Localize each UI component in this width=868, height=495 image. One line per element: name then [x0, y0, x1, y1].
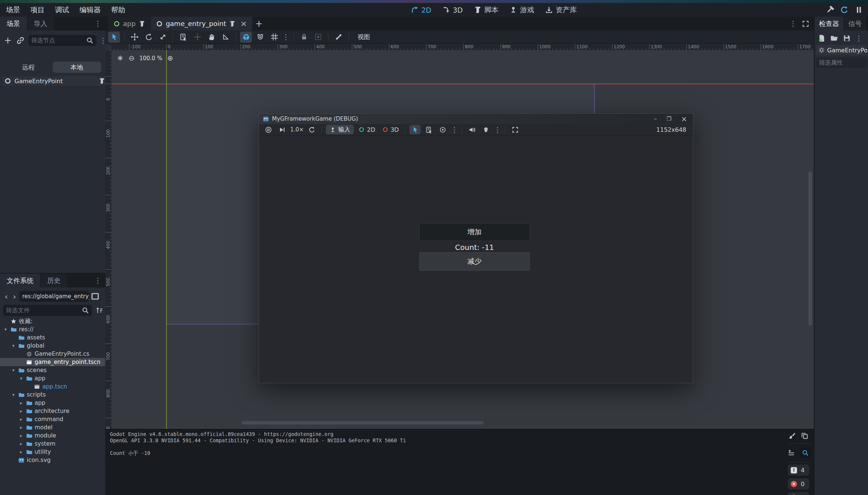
increase-button[interactable]: 增加: [419, 223, 530, 241]
grid-toggle-button[interactable]: [268, 32, 280, 43]
inspector-menu-icon[interactable]: ⋮: [855, 35, 862, 42]
path-field[interactable]: res://global/game_entry_p: [19, 291, 89, 302]
instance-scene-icon[interactable]: [16, 36, 25, 45]
file-tree-item-system[interactable]: ▸system: [0, 440, 105, 448]
file-tree-item-scripts[interactable]: ▾scripts: [0, 391, 105, 399]
game-select-button[interactable]: [409, 125, 421, 134]
file-tree-item-assets[interactable]: assets: [0, 333, 105, 342]
camera-override-button[interactable]: [437, 125, 448, 134]
workspace-游戏[interactable]: 游戏: [506, 5, 537, 15]
minimize-icon[interactable]: –: [654, 115, 657, 122]
script-icon[interactable]: [98, 78, 105, 84]
close-tab-icon[interactable]: ×: [240, 19, 247, 28]
forward-icon[interactable]: ›: [11, 292, 18, 301]
debug-visibility-button[interactable]: [480, 125, 491, 134]
workspace-资产库[interactable]: 资产库: [542, 5, 580, 15]
script-icon[interactable]: [229, 20, 236, 27]
file-tree-item-utility[interactable]: ▸utility: [0, 448, 105, 456]
scene-dock-menu-icon[interactable]: ⋮: [94, 20, 105, 27]
distraction-free-icon[interactable]: [802, 20, 809, 27]
debug-options-icon[interactable]: ⋮: [494, 126, 501, 133]
zoom-in-icon[interactable]: ⊕: [167, 55, 173, 62]
file-tree-item-module[interactable]: ▸module: [0, 432, 105, 440]
new-scene-tab-button[interactable]: +: [253, 17, 265, 30]
warnings-badge[interactable]: !0: [788, 492, 809, 495]
file-tree-item-scenes[interactable]: ▾scenes: [0, 366, 105, 374]
filter-files-input[interactable]: 筛选文件: [3, 305, 92, 316]
file-tree-item-global[interactable]: ▾global: [0, 342, 105, 350]
lock-view-icon[interactable]: [117, 55, 124, 62]
tab-scene[interactable]: 场景: [0, 17, 27, 30]
next-frame-button[interactable]: [276, 125, 288, 134]
scene-tab-game_entry_point[interactable]: game_entry_point×: [151, 17, 253, 30]
canvas-viewport[interactable]: ⊖ 100.0 % ⊕ MyGFrameworkGame (DEBUG) – ❒…: [111, 50, 814, 429]
clear-output-icon[interactable]: [788, 432, 796, 440]
collapse-output-icon[interactable]: [788, 449, 795, 457]
search-output-button[interactable]: [800, 447, 811, 458]
load-resource-icon[interactable]: [830, 34, 838, 42]
split-view-icon[interactable]: [91, 292, 100, 301]
view-menu-button[interactable]: 视图: [353, 33, 375, 41]
filesystem-menu-icon[interactable]: ⋮: [94, 277, 105, 284]
smart-snap-button[interactable]: [240, 32, 252, 43]
back-icon[interactable]: ‹: [3, 292, 10, 301]
add-node-icon[interactable]: +: [3, 36, 13, 45]
lock-button[interactable]: [298, 32, 310, 43]
file-tree-item-GameEntryPoint.cs[interactable]: GameEntryPoint.cs: [0, 350, 105, 358]
maximize-icon[interactable]: ❒: [667, 115, 671, 122]
edited-resource-row[interactable]: GameEntryPoint.: [816, 45, 867, 55]
decrease-button[interactable]: 减少: [419, 252, 530, 271]
mute-audio-button[interactable]: [466, 125, 477, 134]
filter-properties-input[interactable]: 筛选属性: [816, 58, 867, 68]
new-resource-icon[interactable]: [817, 34, 826, 42]
suspend-button[interactable]: [263, 125, 274, 134]
tree-arrow-icon[interactable]: ▸: [19, 433, 24, 438]
tree-arrow-icon[interactable]: ▾: [19, 376, 24, 381]
tree-arrow-icon[interactable]: ▸: [19, 400, 24, 406]
move-tool-button[interactable]: [129, 32, 140, 43]
file-tree-item-model[interactable]: ▸model: [0, 423, 105, 432]
menu-item-帮助[interactable]: 帮助: [106, 3, 130, 17]
menu-item-场景[interactable]: 场景: [1, 3, 25, 17]
workspace-脚本[interactable]: 脚本: [471, 5, 501, 15]
scene-tree-root-node[interactable]: GameEntryPoint: [2, 76, 107, 86]
ruler-tool-button[interactable]: [220, 32, 231, 43]
skeleton-button[interactable]: [333, 32, 344, 43]
script-icon[interactable]: [139, 20, 145, 27]
zoom-percent[interactable]: 100.0 %: [139, 55, 162, 62]
tab-inspector[interactable]: 检查器: [814, 17, 844, 30]
file-tree-item-architecture[interactable]: ▸architecture: [0, 407, 105, 415]
horizontal-scrollbar[interactable]: [242, 421, 483, 424]
scene-tabs-menu-icon[interactable]: ⋮: [790, 20, 797, 27]
tree-arrow-icon[interactable]: ▾: [3, 327, 8, 332]
tree-arrow-icon[interactable]: ▸: [19, 417, 24, 422]
remote-button[interactable]: 远程: [4, 62, 53, 73]
mode-3d-button[interactable]: 3D: [380, 126, 401, 133]
tree-arrow-icon[interactable]: ▾: [11, 343, 16, 348]
file-tree-item-game_entry_point.tscn[interactable]: game_entry_point.tscn: [0, 358, 105, 366]
errors-badge[interactable]: ×0: [788, 478, 809, 489]
group-button[interactable]: [312, 32, 324, 43]
menu-item-编辑器[interactable]: 编辑器: [74, 3, 106, 17]
vertical-scrollbar[interactable]: [809, 172, 812, 326]
messages-badge[interactable]: !4: [788, 465, 809, 476]
tab-history[interactable]: 历史: [41, 274, 68, 287]
input-mode-button[interactable]: 输入: [326, 125, 354, 134]
close-icon[interactable]: ×: [681, 115, 687, 123]
hammer-icon[interactable]: [826, 6, 834, 14]
game-window-titlebar[interactable]: MyGFrameworkGame (DEBUG) – ❒ ×: [259, 114, 693, 124]
file-tree-item-app[interactable]: ▾app: [0, 374, 105, 382]
mode-2d-button[interactable]: 2D: [356, 126, 378, 133]
pause-icon[interactable]: [855, 6, 863, 14]
snap-options-icon[interactable]: ⋮: [282, 33, 289, 40]
file-tree-item-command[interactable]: ▸command: [0, 415, 105, 423]
filter-nodes-input[interactable]: 筛选节点: [28, 35, 97, 46]
rotate-tool-button[interactable]: [143, 32, 155, 43]
menu-item-调试[interactable]: 调试: [50, 3, 74, 17]
file-tree-item-icon.svg[interactable]: icon.svg: [0, 456, 105, 464]
tab-filesystem[interactable]: 文件系统: [0, 274, 41, 287]
local-button[interactable]: 本地: [53, 62, 101, 73]
select-tool-button[interactable]: [108, 32, 120, 43]
zoom-out-icon[interactable]: ⊖: [129, 55, 135, 62]
pan-tool-button[interactable]: [205, 32, 217, 43]
